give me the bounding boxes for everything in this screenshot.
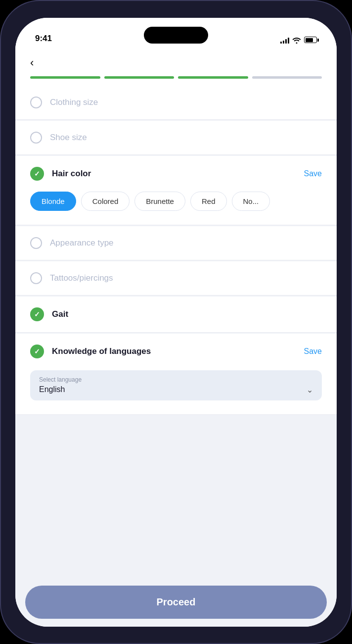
chip-colored[interactable]: Colored [81, 192, 130, 211]
main-content: ‹ Clothing size Shoe size [15, 48, 337, 627]
hair-color-header: ✓ Hair color Save [30, 167, 322, 181]
status-icons [280, 37, 317, 44]
chip-no[interactable]: No... [232, 192, 270, 211]
wifi-icon [292, 37, 301, 44]
progress-bar [30, 76, 322, 86]
clothing-size-row[interactable]: Clothing size [15, 86, 337, 120]
shoe-size-row[interactable]: Shoe size [15, 121, 337, 155]
hair-color-chips: Blonde Colored Brunette Red No... [30, 192, 322, 211]
progress-segment-1 [30, 76, 100, 79]
scroll-area: Clothing size Shoe size ✓ Hair color Sav… [15, 86, 337, 580]
languages-row: ✓ Knowledge of languages Save Select lan… [15, 334, 337, 415]
status-time: 9:41 [35, 34, 52, 44]
proceed-button[interactable]: Proceed [25, 586, 327, 619]
languages-label: Knowledge of languages [52, 347, 296, 356]
language-selected-value: English [39, 385, 65, 394]
clothing-size-radio [30, 97, 42, 108]
gait-row: ✓ Gait [15, 297, 337, 333]
progress-segment-2 [104, 76, 175, 79]
battery-icon [304, 37, 317, 43]
tattoos-radio [30, 272, 42, 284]
appearance-type-radio [30, 237, 42, 249]
language-dropdown-label: Select language [39, 376, 313, 383]
gait-check: ✓ [30, 307, 44, 321]
hair-color-save-button[interactable]: Save [304, 169, 322, 178]
progress-segment-3 [178, 76, 248, 79]
languages-save-button[interactable]: Save [304, 347, 322, 356]
top-navigation: ‹ [15, 48, 337, 86]
tattoos-label: Tattoos/piercings [50, 273, 322, 283]
chip-red[interactable]: Red [190, 192, 227, 211]
languages-check: ✓ [30, 345, 44, 358]
tattoos-piercings-row[interactable]: Tattoos/piercings [15, 261, 337, 296]
language-dropdown[interactable]: Select language English ⌄ [30, 370, 322, 400]
clothing-size-label: Clothing size [50, 98, 322, 107]
chip-brunette[interactable]: Brunette [134, 192, 185, 211]
back-button[interactable]: ‹ [30, 54, 38, 71]
phone-screen: 9:41 [15, 18, 337, 627]
dynamic-island [144, 27, 208, 44]
shoe-size-radio [30, 132, 42, 144]
hair-color-label: Hair color [52, 169, 296, 179]
hair-color-row: ✓ Hair color Save Blonde Colored Brunett… [15, 156, 337, 225]
shoe-size-label: Shoe size [50, 133, 322, 143]
signal-icon [280, 37, 289, 44]
appearance-type-label: Appearance type [50, 238, 322, 248]
hair-color-check: ✓ [30, 167, 44, 181]
phone-frame: 9:41 [0, 0, 352, 644]
chevron-down-icon: ⌄ [307, 385, 313, 395]
languages-header: ✓ Knowledge of languages Save [30, 345, 322, 358]
chip-blonde[interactable]: Blonde [30, 192, 76, 211]
gait-label: Gait [52, 309, 322, 319]
progress-segment-4 [252, 76, 322, 79]
appearance-type-row[interactable]: Appearance type [15, 226, 337, 260]
